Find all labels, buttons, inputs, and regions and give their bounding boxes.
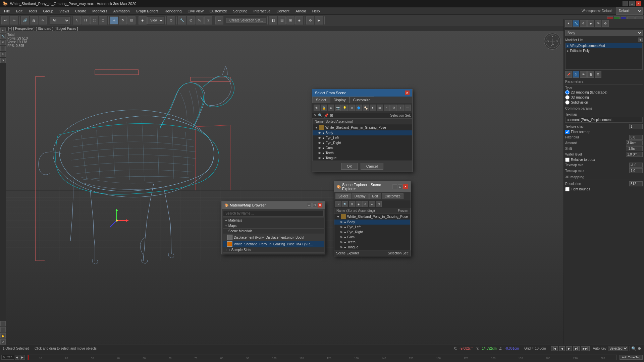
- select-name-button[interactable]: H: [82, 16, 90, 24]
- display-panel-icon[interactable]: 👁: [595, 20, 601, 27]
- se-icon3[interactable]: ●: [369, 201, 375, 207]
- unlink-button[interactable]: ⛓: [30, 16, 38, 24]
- se-gum-item[interactable]: 👁 ● Gum: [334, 235, 410, 240]
- menu-content[interactable]: Content: [274, 8, 292, 14]
- tight-bounds-check[interactable]: Tight bounds: [565, 187, 643, 191]
- mod-config-icon[interactable]: ⚙: [595, 71, 601, 78]
- menu-group[interactable]: Group: [40, 8, 56, 14]
- undo-button[interactable]: ↩: [1, 16, 9, 24]
- viewport-compass[interactable]: Y -Y -X X: [544, 33, 561, 50]
- viewport[interactable]: [+] [ Perspective ] [ Standard ] [ Edged…: [6, 26, 564, 352]
- orbit-button[interactable]: ↺: [0, 339, 6, 345]
- sfs-tab-select[interactable]: Select: [312, 97, 330, 103]
- select-button[interactable]: ↖: [73, 16, 81, 24]
- menu-help[interactable]: Help: [310, 8, 323, 14]
- se-maximize-button[interactable]: □: [398, 184, 402, 189]
- spinner-snap[interactable]: ⧖: [204, 16, 212, 24]
- mmb-search-input[interactable]: [223, 210, 324, 217]
- close-button[interactable]: ✕: [636, 1, 641, 6]
- relative-bbox-check[interactable]: Relative to bbox: [565, 158, 643, 162]
- select-region-button[interactable]: ⬚: [90, 16, 98, 24]
- sfs-teeth-item[interactable]: 👁 ● Teeth: [313, 150, 412, 156]
- timeline-track[interactable]: 1020304050607080901001101201301401501601…: [28, 355, 617, 360]
- sfs-bone-btn[interactable]: 🦴: [363, 105, 369, 111]
- sfs-sort-btn[interactable]: ↕: [397, 105, 404, 111]
- display-panel-button[interactable]: 👁: [0, 52, 6, 57]
- se-body-item[interactable]: 👁 ● Body: [334, 220, 410, 225]
- mmb-minimize-button[interactable]: ─: [307, 203, 312, 207]
- link-button[interactable]: 🔗: [21, 16, 29, 24]
- se-eye-left-item[interactable]: 👁 ● Eye_Left: [334, 225, 410, 230]
- resolution-input[interactable]: [629, 181, 643, 186]
- sfs-filter-btn[interactable]: ⚗: [390, 105, 397, 111]
- sfs-shape-btn[interactable]: 🔷: [356, 105, 362, 111]
- sfs-grid-btn[interactable]: ⊞: [377, 105, 383, 111]
- texture-chan-input[interactable]: [629, 124, 643, 129]
- key-mode-dropdown[interactable]: Selected: [608, 346, 628, 351]
- sfs-clear-btn[interactable]: ✕: [314, 113, 317, 118]
- window-crossing-button[interactable]: ⊡: [99, 16, 107, 24]
- reference-coord[interactable]: ◈: [139, 16, 147, 24]
- track-view-button[interactable]: ▤: [278, 16, 286, 24]
- menu-file[interactable]: File: [1, 8, 13, 14]
- sfs-pin-icon[interactable]: 📌: [324, 113, 329, 118]
- menu-views[interactable]: Views: [57, 8, 72, 14]
- mmb-materials-section[interactable]: + Materials: [223, 218, 324, 223]
- modifier-list-dropdown-button[interactable]: ▼: [638, 38, 643, 42]
- mmb-main-mat-item[interactable]: White_Shetland_Pony_in_Grazing_Pose_MAT …: [223, 241, 324, 247]
- menu-create[interactable]: Create: [72, 8, 89, 14]
- move-button[interactable]: ✛: [110, 16, 118, 24]
- mod-delete-icon[interactable]: 🗑: [587, 71, 594, 78]
- graph-view-button[interactable]: ◧: [269, 16, 277, 24]
- sfs-gum-item[interactable]: 👁 ● Gum: [313, 145, 412, 150]
- menu-rendering[interactable]: Rendering: [162, 8, 184, 14]
- scale-button[interactable]: ⊡: [127, 16, 136, 24]
- create-panel-icon[interactable]: ✦: [565, 20, 572, 27]
- se-eye-right-item[interactable]: 👁 ● Eye_Right: [334, 230, 410, 235]
- se-tongue-item[interactable]: 👁 ● Tongue: [334, 245, 410, 250]
- zoom-in-button[interactable]: +: [0, 321, 6, 326]
- prev-frame-btn[interactable]: ◀: [15, 355, 19, 360]
- se-tab-customize[interactable]: Customize: [382, 193, 404, 199]
- utilities-panel-button[interactable]: ⚙: [0, 58, 6, 63]
- render-setup-button[interactable]: ⚙: [306, 16, 314, 24]
- sfs-body-item[interactable]: 👁 ● Body: [313, 130, 412, 135]
- next-frame-button[interactable]: ▶|: [573, 346, 580, 351]
- se-clear-btn[interactable]: ✕: [335, 201, 341, 207]
- type-3d-radio[interactable]: 3D mapping: [565, 95, 643, 100]
- hierarchy-panel-icon[interactable]: ⚟: [580, 20, 587, 27]
- se-tab-display[interactable]: Display: [352, 193, 369, 199]
- sfs-tab-customize[interactable]: Customize: [350, 97, 374, 103]
- se-teeth-item[interactable]: 👁 ● Teeth: [334, 240, 410, 245]
- angle-snap[interactable]: ⌬: [187, 16, 195, 24]
- viewport-perspective-label[interactable]: [ Perspective ]: [13, 27, 34, 31]
- vray-displacement-modifier[interactable]: ● VRayDisplacementMod: [566, 43, 642, 48]
- redo-button[interactable]: ↪: [10, 16, 18, 24]
- mmb-maximize-button[interactable]: □: [312, 203, 317, 207]
- sfs-lock-btn[interactable]: 🔒: [321, 105, 327, 111]
- filter-blur-input[interactable]: [629, 135, 643, 140]
- hierarchy-panel-button[interactable]: ⚟: [0, 40, 6, 45]
- prev-frame-button[interactable]: ◀: [559, 346, 565, 351]
- se-tab-edit[interactable]: Edit: [369, 193, 381, 199]
- mmb-close-button[interactable]: ✕: [318, 203, 322, 207]
- sfs-tongue-item[interactable]: 👁 ● Tongue: [313, 156, 412, 161]
- mmb-sample-slots-section[interactable]: + + Sample Slots: [223, 247, 324, 253]
- mmb-maps-section[interactable]: + Maps: [223, 223, 324, 229]
- modify-panel-button[interactable]: 🔧: [0, 34, 6, 39]
- workspace-dropdown[interactable]: Default: [616, 7, 643, 15]
- sfs-point-btn[interactable]: •: [384, 105, 390, 111]
- se-expand-btn[interactable]: ⊞: [349, 201, 355, 207]
- schematic-view-button[interactable]: ⊞: [286, 16, 294, 24]
- sfs-options-btn[interactable]: ⋯: [405, 105, 411, 111]
- go-start-button[interactable]: |◀: [551, 346, 557, 351]
- object-name-dropdown[interactable]: Body: [565, 30, 643, 36]
- viewport-mode-label[interactable]: [ Edged Faces ]: [54, 27, 78, 31]
- pan-button[interactable]: ✋: [0, 333, 6, 339]
- water-level-input[interactable]: [626, 152, 643, 157]
- texmap-value[interactable]: acement (Pony_Displacement...: [565, 117, 643, 123]
- se-root-item[interactable]: ▼ White_Shetland_Pony_in_Grazing_Pose: [334, 214, 410, 220]
- play-button[interactable]: ▶: [566, 346, 572, 351]
- menu-civil-view[interactable]: Civil View: [185, 8, 206, 14]
- sfs-helper-btn[interactable]: ⊕: [348, 105, 355, 111]
